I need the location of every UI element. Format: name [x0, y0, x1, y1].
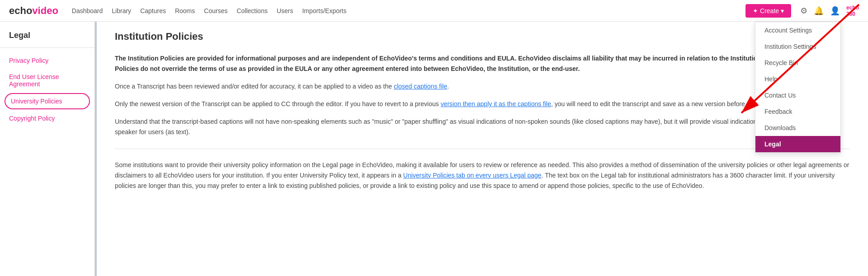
- user-dropdown-menu: Account SettingsInstitution SettingsRecy…: [755, 22, 841, 153]
- content-paragraph-p5: Some institutions want to provide their …: [115, 160, 850, 191]
- dropdown-item-downloads[interactable]: Downloads: [755, 120, 840, 136]
- logo: echovideo: [9, 5, 58, 17]
- create-button[interactable]: ✦ Create ▾: [745, 4, 791, 18]
- content-paragraph-p1: The Institution Policies are provided fo…: [115, 53, 850, 74]
- sidebar-item-privacy-policy[interactable]: Privacy Policy: [0, 52, 94, 69]
- header: echovideo DashboardLibraryCapturesRoomsC…: [0, 0, 868, 22]
- sidebar-item-copyright-policy[interactable]: Copyright Policy: [0, 110, 94, 126]
- page-title: Institution Policies: [115, 31, 850, 42]
- content-paragraph-p3: Only the newest version of the Transcrip…: [115, 99, 850, 109]
- dropdown-item-help[interactable]: Help: [755, 71, 840, 87]
- sidebar-item-university-policies[interactable]: University Policies: [5, 93, 90, 109]
- echo360-badge: echo360: [846, 5, 859, 17]
- content-paragraph-p2: Once a Transcript has been reviewed and/…: [115, 81, 850, 92]
- content-divider: [115, 149, 850, 149]
- page-layout: Legal Privacy PolicyEnd User License Agr…: [0, 22, 868, 276]
- logo-video: video: [32, 5, 58, 17]
- main-nav: DashboardLibraryCapturesRoomsCoursesColl…: [72, 7, 745, 14]
- nav-link-captures[interactable]: Captures: [140, 7, 166, 14]
- nav-link-collections[interactable]: Collections: [236, 7, 267, 14]
- logo-echo: echo: [9, 5, 32, 17]
- bell-icon[interactable]: 🔔: [814, 6, 824, 16]
- sidebar: Legal Privacy PolicyEnd User License Agr…: [0, 22, 95, 276]
- nav-link-imports-exports[interactable]: Imports/Exports: [302, 7, 346, 14]
- content-paragraph-p4: Understand that the transcript-based cap…: [115, 117, 850, 137]
- dropdown-item-recycle-bin[interactable]: Recycle Bin: [755, 55, 840, 71]
- sidebar-item-eula[interactable]: End User License Agreement: [0, 69, 94, 92]
- dropdown-item-account-settings[interactable]: Account Settings: [755, 22, 840, 38]
- dropdown-item-institution-settings[interactable]: Institution Settings: [755, 38, 840, 55]
- header-icons: ⚙ 🔔 👤 echo360: [800, 5, 859, 17]
- nav-link-courses[interactable]: Courses: [204, 7, 227, 14]
- settings-icon[interactable]: ⚙: [800, 6, 807, 16]
- nav-link-users[interactable]: Users: [277, 7, 293, 14]
- dropdown-item-legal[interactable]: Legal: [755, 136, 840, 152]
- dropdown-item-contact-us[interactable]: Contact Us: [755, 87, 840, 103]
- nav-link-dashboard[interactable]: Dashboard: [72, 7, 103, 14]
- dropdown-item-feedback[interactable]: Feedback: [755, 103, 840, 120]
- nav-link-library[interactable]: Library: [112, 7, 131, 14]
- nav-link-rooms[interactable]: Rooms: [175, 7, 195, 14]
- user-icon[interactable]: 👤: [830, 6, 840, 16]
- sidebar-title: Legal: [0, 31, 94, 48]
- main-content: Institution Policies The Institution Pol…: [95, 22, 868, 276]
